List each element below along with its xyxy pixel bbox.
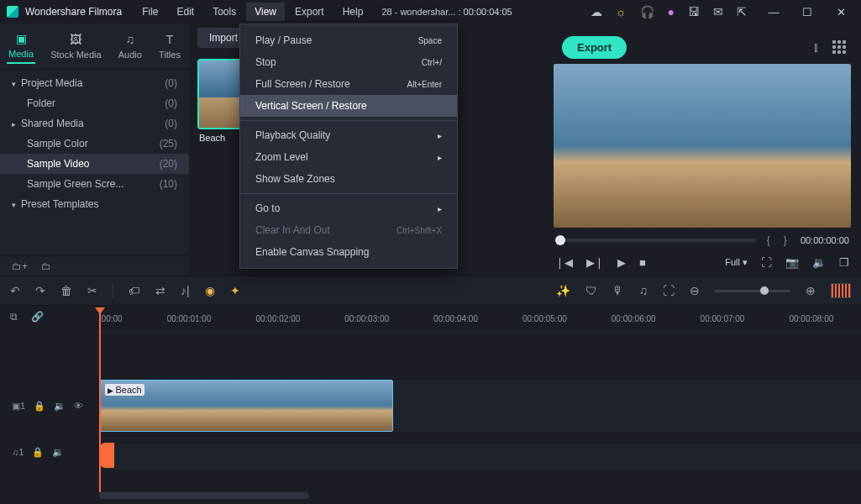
track-label: ▣1 [12,401,25,412]
tree-row[interactable]: ▾Preset Templates [0,194,189,214]
menu-item[interactable]: Full Screen / RestoreAlt+Enter [240,73,457,95]
volume-icon[interactable]: 🔉 [52,447,64,458]
preview-viewport[interactable] [554,64,851,228]
tree-row[interactable]: Sample Video(20) [0,154,189,174]
pip-icon[interactable]: ❐ [839,256,849,269]
close-button[interactable]: ✕ [827,6,854,18]
tab-titles[interactable]: TTitles [157,29,182,63]
text-icon: T [166,33,174,46]
zoom-slider[interactable] [715,290,790,292]
play-icon[interactable]: ▶ [617,256,626,269]
shield-icon[interactable]: 🛡 [585,284,597,297]
ruler-a-icon[interactable]: ⧉ [10,311,18,323]
menu-edit[interactable]: Edit [169,3,203,21]
cloud-icon[interactable]: ☁ [591,5,602,18]
menu-item[interactable]: Vertical Screen / Restore [240,95,457,117]
snapshot-icon[interactable]: 📷 [785,256,799,269]
volume-icon[interactable]: 🔉 [54,401,66,412]
minimize-button[interactable]: — [760,6,787,18]
mail-icon[interactable]: ✉ [713,5,723,18]
time-ruler[interactable]: |00:0000:00:01:0000:00:02:0000:00:03:000… [99,306,861,333]
cut-icon[interactable]: ✂ [87,284,97,297]
tab-audio[interactable]: ♫Audio [117,29,144,63]
quality-selector[interactable]: Full ▾ [725,257,748,268]
menu-item[interactable]: Playback Quality▸ [240,124,457,146]
play-start-icon[interactable]: ▶❘ [586,256,604,269]
save-icon[interactable]: 🖫 [688,5,700,18]
share-icon[interactable]: ⇱ [737,5,747,18]
tree-row[interactable]: Sample Color(25) [0,134,189,154]
lock-icon[interactable]: 🔒 [34,401,45,412]
ai-icon[interactable]: ✨ [556,284,570,297]
menubar: File Edit Tools View Export Help [134,3,371,21]
audio-marker[interactable] [99,443,114,468]
bracket-right[interactable]: } [784,234,790,246]
filter-icon[interactable]: ⫿ [813,40,819,54]
video-clip[interactable]: Beach [99,380,393,432]
markers-icon[interactable] [831,283,851,298]
playhead[interactable] [99,307,101,492]
menu-item[interactable]: StopCtrl+/ [240,51,457,73]
menu-item[interactable]: Zoom Level▸ [240,146,457,168]
bulb-icon[interactable]: ☼ [616,5,627,18]
menu-file[interactable]: File [134,3,166,21]
ruler-b-icon[interactable]: 🔗 [31,311,44,323]
eye-icon[interactable]: 👁 [74,401,83,411]
folder-icon[interactable]: 🗀 [41,260,51,272]
tree-row[interactable]: ▸Shared Media(0) [0,113,189,134]
volume-icon[interactable]: 🔉 [812,256,826,269]
tab-stock-media[interactable]: 🖼Stock Media [49,29,103,63]
menu-help[interactable]: Help [334,3,372,21]
bracket-left[interactable]: { [767,234,774,246]
stop-icon[interactable]: ■ [639,256,646,269]
tree-row[interactable]: Sample Green Scre...(10) [0,174,189,194]
headset-icon[interactable]: 🎧 [640,5,654,18]
view-menu: Play / PauseSpaceStopCtrl+/Full Screen /… [239,24,458,269]
tab-media[interactable]: ▣Media [7,29,35,64]
new-folder-icon[interactable]: 🗀+ [12,260,28,272]
preview-progress: { } 00:00:00:00 [554,228,851,253]
undo-icon[interactable]: ↶ [10,284,20,297]
progress-handle[interactable] [555,235,565,245]
audio-track-body[interactable] [99,444,861,470]
folder-icon: ▣ [16,32,27,45]
delete-icon[interactable]: 🗑 [60,284,72,297]
tree-row[interactable]: ▾Project Media(0) [0,73,189,93]
progress-bar[interactable] [555,239,757,242]
timeline-scrollbar[interactable] [99,492,309,499]
menu-view[interactable]: View [246,3,285,21]
fullscreen-icon[interactable]: ⛶ [761,256,772,269]
maximize-button[interactable]: ☐ [794,6,821,18]
eq-icon[interactable]: ♪| [181,284,190,297]
redo-icon[interactable]: ↷ [35,284,45,297]
menu-export[interactable]: Export [286,3,333,21]
preview-header: Export ⫿ [554,30,851,64]
zoom-handle[interactable] [760,286,769,295]
zoom-in-icon[interactable]: ⊕ [806,284,816,297]
menu-item[interactable]: Go to▸ [240,197,457,219]
avatar-icon[interactable]: ● [668,5,675,18]
project-tab[interactable]: 28 - wondershar... : 00:00:04:05 [381,7,512,17]
menu-item[interactable]: Show Safe Zones [240,168,457,190]
window-buttons: — ☐ ✕ [760,6,854,18]
library-panel: ▣Media 🖼Stock Media ♫Audio TTitles ▾Proj… [0,24,189,276]
menu-tools[interactable]: Tools [204,3,244,21]
browser-panel: Import ▾ Beach Play / PauseSpaceStopCtrl… [189,24,550,276]
grid-icon[interactable] [832,40,846,54]
crop-icon[interactable]: ⛶ [663,284,675,297]
mic-icon[interactable]: 🎙 [612,284,624,297]
record-icon[interactable]: ◉ [205,284,215,297]
export-button[interactable]: Export [562,36,627,59]
video-track-body[interactable]: Beach [99,380,861,432]
music-icon[interactable]: ♫ [639,284,648,297]
zoom-out-icon[interactable]: ⊖ [690,284,700,297]
menu-item[interactable]: Enable Canvas Snapping [240,241,457,263]
prev-frame-icon[interactable]: ❘◀ [555,256,573,269]
menu-item: Clear In And OutCtrl+Shift+X [240,219,457,241]
effect-icon[interactable]: ✦ [230,284,240,297]
tag-icon[interactable]: 🏷 [129,284,140,297]
tree-row[interactable]: Folder(0) [0,93,189,113]
menu-item[interactable]: Play / PauseSpace [240,29,457,51]
adjust-icon[interactable]: ⇄ [155,284,165,297]
lock-icon[interactable]: 🔒 [32,447,44,458]
